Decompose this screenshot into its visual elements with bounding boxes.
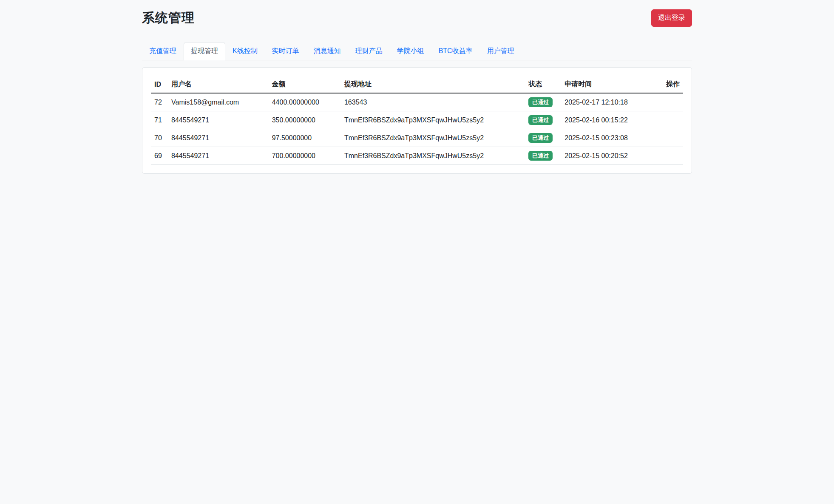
status-badge: 已通过 xyxy=(528,133,553,143)
cell-address: TmnEf3R6BSZdx9aTp3MXSFqwJHwU5zs5y2 xyxy=(341,111,525,129)
status-badge: 已通过 xyxy=(528,97,553,107)
status-badge: 已通过 xyxy=(528,115,553,125)
tab-4[interactable]: 消息通知 xyxy=(306,42,348,60)
withdrawals-table: ID用户名金额提现地址状态申请时间操作 72Vamis158@gmail.com… xyxy=(151,76,683,165)
cell-username: Vamis158@gmail.com xyxy=(168,93,269,111)
tab-1-active[interactable]: 提现管理 xyxy=(184,42,225,60)
tab-7[interactable]: BTC收益率 xyxy=(431,42,480,60)
cell-id: 70 xyxy=(151,129,168,147)
table-row: 70844554927197.50000000TmnEf3R6BSZdx9aTp… xyxy=(151,129,683,147)
cell-status: 已通过 xyxy=(525,93,561,111)
table-header: ID用户名金额提现地址状态申请时间操作 xyxy=(151,76,683,93)
table-row: 698445549271700.00000000TmnEf3R6BSZdx9aT… xyxy=(151,147,683,165)
tab-0[interactable]: 充值管理 xyxy=(142,42,184,60)
column-header-amount: 金额 xyxy=(269,76,341,93)
tab-content-panel: ID用户名金额提现地址状态申请时间操作 72Vamis158@gmail.com… xyxy=(142,67,692,174)
tab-bar: 充值管理提现管理K线控制实时订单消息通知理财产品学院小组BTC收益率用户管理 xyxy=(142,42,692,60)
cell-username: 8445549271 xyxy=(168,129,269,147)
cell-amount: 4400.00000000 xyxy=(269,93,341,111)
cell-username: 8445549271 xyxy=(168,111,269,129)
table-body: 72Vamis158@gmail.com4400.00000000163543已… xyxy=(151,93,683,165)
column-header-id: ID xyxy=(151,76,168,93)
cell-time: 2025-02-15 00:20:52 xyxy=(561,147,649,165)
tab-8[interactable]: 用户管理 xyxy=(480,42,522,60)
cell-action xyxy=(649,147,683,165)
column-header-action: 操作 xyxy=(649,76,683,93)
cell-action xyxy=(649,93,683,111)
cell-username: 8445549271 xyxy=(168,147,269,165)
cell-address: TmnEf3R6BSZdx9aTp3MXSFqwJHwU5zs5y2 xyxy=(341,147,525,165)
cell-time: 2025-02-16 00:15:22 xyxy=(561,111,649,129)
cell-time: 2025-02-15 00:23:08 xyxy=(561,129,649,147)
cell-id: 72 xyxy=(151,93,168,111)
tab-6[interactable]: 学院小组 xyxy=(390,42,431,60)
tab-2[interactable]: K线控制 xyxy=(225,42,265,60)
logout-button[interactable]: 退出登录 xyxy=(651,9,692,27)
topbar: 系统管理 退出登录 xyxy=(142,9,692,27)
column-header-username: 用户名 xyxy=(168,76,269,93)
table-row: 72Vamis158@gmail.com4400.00000000163543已… xyxy=(151,93,683,111)
cell-address: TmnEf3R6BSZdx9aTp3MXSFqwJHwU5zs5y2 xyxy=(341,129,525,147)
cell-id: 69 xyxy=(151,147,168,165)
main-container: 系统管理 退出登录 充值管理提现管理K线控制实时订单消息通知理财产品学院小组BT… xyxy=(142,0,692,174)
cell-amount: 350.00000000 xyxy=(269,111,341,129)
page-title: 系统管理 xyxy=(142,9,195,27)
column-header-status: 状态 xyxy=(525,76,561,93)
column-header-time: 申请时间 xyxy=(561,76,649,93)
tab-3[interactable]: 实时订单 xyxy=(265,42,306,60)
column-header-address: 提现地址 xyxy=(341,76,525,93)
cell-action xyxy=(649,129,683,147)
table-header-row: ID用户名金额提现地址状态申请时间操作 xyxy=(151,76,683,93)
cell-action xyxy=(649,111,683,129)
cell-time: 2025-02-17 12:10:18 xyxy=(561,93,649,111)
table-row: 718445549271350.00000000TmnEf3R6BSZdx9aT… xyxy=(151,111,683,129)
cell-address: 163543 xyxy=(341,93,525,111)
cell-status: 已通过 xyxy=(525,147,561,165)
status-badge: 已通过 xyxy=(528,151,553,161)
cell-id: 71 xyxy=(151,111,168,129)
cell-amount: 700.00000000 xyxy=(269,147,341,165)
cell-status: 已通过 xyxy=(525,111,561,129)
cell-amount: 97.50000000 xyxy=(269,129,341,147)
tab-5[interactable]: 理财产品 xyxy=(348,42,390,60)
cell-status: 已通过 xyxy=(525,129,561,147)
